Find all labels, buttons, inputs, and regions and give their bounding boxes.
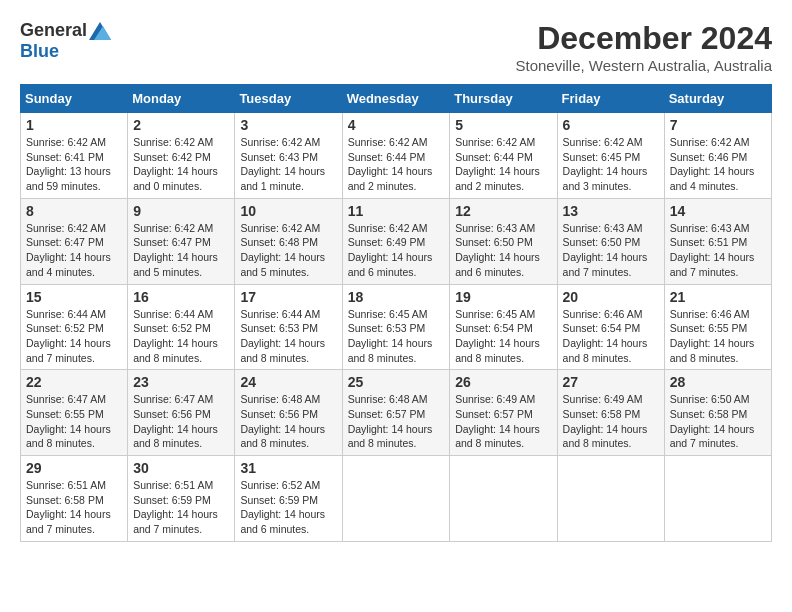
calendar-week-row: 29 Sunrise: 6:51 AMSunset: 6:58 PMDaylig…: [21, 456, 772, 542]
table-row: 29 Sunrise: 6:51 AMSunset: 6:58 PMDaylig…: [21, 456, 128, 542]
day-info: Sunrise: 6:47 AMSunset: 6:55 PMDaylight:…: [26, 392, 122, 451]
header-row: Sunday Monday Tuesday Wednesday Thursday…: [21, 85, 772, 113]
day-info: Sunrise: 6:42 AMSunset: 6:44 PMDaylight:…: [348, 135, 445, 194]
table-row: 12 Sunrise: 6:43 AMSunset: 6:50 PMDaylig…: [450, 198, 557, 284]
day-number: 9: [133, 203, 229, 219]
col-sunday: Sunday: [21, 85, 128, 113]
day-number: 28: [670, 374, 766, 390]
day-number: 25: [348, 374, 445, 390]
day-info: Sunrise: 6:46 AMSunset: 6:54 PMDaylight:…: [563, 307, 659, 366]
col-saturday: Saturday: [664, 85, 771, 113]
day-number: 12: [455, 203, 551, 219]
day-info: Sunrise: 6:42 AMSunset: 6:42 PMDaylight:…: [133, 135, 229, 194]
page-header: General Blue December 2024 Stoneville, W…: [20, 20, 772, 74]
day-number: 30: [133, 460, 229, 476]
day-info: Sunrise: 6:42 AMSunset: 6:47 PMDaylight:…: [133, 221, 229, 280]
day-number: 3: [240, 117, 336, 133]
day-number: 13: [563, 203, 659, 219]
table-row: 22 Sunrise: 6:47 AMSunset: 6:55 PMDaylig…: [21, 370, 128, 456]
logo-blue: Blue: [20, 41, 59, 62]
table-row: 15 Sunrise: 6:44 AMSunset: 6:52 PMDaylig…: [21, 284, 128, 370]
table-row: 16 Sunrise: 6:44 AMSunset: 6:52 PMDaylig…: [128, 284, 235, 370]
day-info: Sunrise: 6:42 AMSunset: 6:48 PMDaylight:…: [240, 221, 336, 280]
table-row: 8 Sunrise: 6:42 AMSunset: 6:47 PMDayligh…: [21, 198, 128, 284]
logo-general: General: [20, 20, 87, 41]
calendar-table: Sunday Monday Tuesday Wednesday Thursday…: [20, 84, 772, 542]
table-row: 17 Sunrise: 6:44 AMSunset: 6:53 PMDaylig…: [235, 284, 342, 370]
day-info: Sunrise: 6:42 AMSunset: 6:46 PMDaylight:…: [670, 135, 766, 194]
table-row: 4 Sunrise: 6:42 AMSunset: 6:44 PMDayligh…: [342, 113, 450, 199]
day-number: 16: [133, 289, 229, 305]
day-info: Sunrise: 6:48 AMSunset: 6:56 PMDaylight:…: [240, 392, 336, 451]
day-number: 6: [563, 117, 659, 133]
day-info: Sunrise: 6:42 AMSunset: 6:47 PMDaylight:…: [26, 221, 122, 280]
day-number: 18: [348, 289, 445, 305]
day-number: 7: [670, 117, 766, 133]
day-info: Sunrise: 6:45 AMSunset: 6:53 PMDaylight:…: [348, 307, 445, 366]
day-number: 14: [670, 203, 766, 219]
day-number: 31: [240, 460, 336, 476]
table-row: 27 Sunrise: 6:49 AMSunset: 6:58 PMDaylig…: [557, 370, 664, 456]
day-number: 29: [26, 460, 122, 476]
day-info: Sunrise: 6:43 AMSunset: 6:50 PMDaylight:…: [455, 221, 551, 280]
title-area: December 2024 Stoneville, Western Austra…: [515, 20, 772, 74]
table-row: 23 Sunrise: 6:47 AMSunset: 6:56 PMDaylig…: [128, 370, 235, 456]
day-info: Sunrise: 6:42 AMSunset: 6:49 PMDaylight:…: [348, 221, 445, 280]
day-info: Sunrise: 6:42 AMSunset: 6:43 PMDaylight:…: [240, 135, 336, 194]
table-row: 7 Sunrise: 6:42 AMSunset: 6:46 PMDayligh…: [664, 113, 771, 199]
col-friday: Friday: [557, 85, 664, 113]
table-row: 19 Sunrise: 6:45 AMSunset: 6:54 PMDaylig…: [450, 284, 557, 370]
day-number: 2: [133, 117, 229, 133]
table-row: 13 Sunrise: 6:43 AMSunset: 6:50 PMDaylig…: [557, 198, 664, 284]
table-row: 14 Sunrise: 6:43 AMSunset: 6:51 PMDaylig…: [664, 198, 771, 284]
day-info: Sunrise: 6:42 AMSunset: 6:45 PMDaylight:…: [563, 135, 659, 194]
calendar-week-row: 22 Sunrise: 6:47 AMSunset: 6:55 PMDaylig…: [21, 370, 772, 456]
day-info: Sunrise: 6:52 AMSunset: 6:59 PMDaylight:…: [240, 478, 336, 537]
day-number: 27: [563, 374, 659, 390]
table-row: 26 Sunrise: 6:49 AMSunset: 6:57 PMDaylig…: [450, 370, 557, 456]
table-row: 2 Sunrise: 6:42 AMSunset: 6:42 PMDayligh…: [128, 113, 235, 199]
col-monday: Monday: [128, 85, 235, 113]
table-row: 1 Sunrise: 6:42 AMSunset: 6:41 PMDayligh…: [21, 113, 128, 199]
table-row: 31 Sunrise: 6:52 AMSunset: 6:59 PMDaylig…: [235, 456, 342, 542]
day-info: Sunrise: 6:45 AMSunset: 6:54 PMDaylight:…: [455, 307, 551, 366]
day-info: Sunrise: 6:47 AMSunset: 6:56 PMDaylight:…: [133, 392, 229, 451]
day-number: 4: [348, 117, 445, 133]
table-row: 3 Sunrise: 6:42 AMSunset: 6:43 PMDayligh…: [235, 113, 342, 199]
table-row: [450, 456, 557, 542]
month-title: December 2024: [515, 20, 772, 57]
calendar-week-row: 15 Sunrise: 6:44 AMSunset: 6:52 PMDaylig…: [21, 284, 772, 370]
table-row: 9 Sunrise: 6:42 AMSunset: 6:47 PMDayligh…: [128, 198, 235, 284]
table-row: 30 Sunrise: 6:51 AMSunset: 6:59 PMDaylig…: [128, 456, 235, 542]
day-info: Sunrise: 6:50 AMSunset: 6:58 PMDaylight:…: [670, 392, 766, 451]
table-row: 24 Sunrise: 6:48 AMSunset: 6:56 PMDaylig…: [235, 370, 342, 456]
table-row: 25 Sunrise: 6:48 AMSunset: 6:57 PMDaylig…: [342, 370, 450, 456]
day-number: 21: [670, 289, 766, 305]
day-number: 17: [240, 289, 336, 305]
day-info: Sunrise: 6:49 AMSunset: 6:57 PMDaylight:…: [455, 392, 551, 451]
day-number: 15: [26, 289, 122, 305]
calendar-week-row: 8 Sunrise: 6:42 AMSunset: 6:47 PMDayligh…: [21, 198, 772, 284]
location-title: Stoneville, Western Australia, Australia: [515, 57, 772, 74]
day-number: 8: [26, 203, 122, 219]
day-info: Sunrise: 6:42 AMSunset: 6:41 PMDaylight:…: [26, 135, 122, 194]
table-row: [342, 456, 450, 542]
col-thursday: Thursday: [450, 85, 557, 113]
day-info: Sunrise: 6:44 AMSunset: 6:53 PMDaylight:…: [240, 307, 336, 366]
day-info: Sunrise: 6:46 AMSunset: 6:55 PMDaylight:…: [670, 307, 766, 366]
calendar-week-row: 1 Sunrise: 6:42 AMSunset: 6:41 PMDayligh…: [21, 113, 772, 199]
day-info: Sunrise: 6:43 AMSunset: 6:50 PMDaylight:…: [563, 221, 659, 280]
day-number: 1: [26, 117, 122, 133]
day-info: Sunrise: 6:51 AMSunset: 6:59 PMDaylight:…: [133, 478, 229, 537]
table-row: 20 Sunrise: 6:46 AMSunset: 6:54 PMDaylig…: [557, 284, 664, 370]
col-tuesday: Tuesday: [235, 85, 342, 113]
logo: General Blue: [20, 20, 111, 62]
table-row: 18 Sunrise: 6:45 AMSunset: 6:53 PMDaylig…: [342, 284, 450, 370]
table-row: 10 Sunrise: 6:42 AMSunset: 6:48 PMDaylig…: [235, 198, 342, 284]
table-row: 28 Sunrise: 6:50 AMSunset: 6:58 PMDaylig…: [664, 370, 771, 456]
logo-icon: [89, 22, 111, 40]
day-number: 20: [563, 289, 659, 305]
day-number: 10: [240, 203, 336, 219]
day-info: Sunrise: 6:48 AMSunset: 6:57 PMDaylight:…: [348, 392, 445, 451]
day-number: 23: [133, 374, 229, 390]
